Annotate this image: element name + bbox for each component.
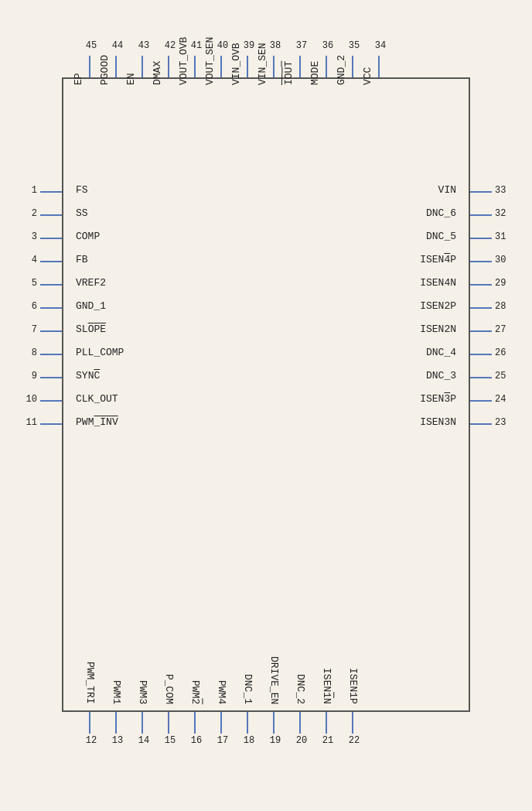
pin-label-top: VCC [362,67,373,85]
pin-line-left [40,214,62,216]
pin-number-bottom: 20 [294,735,309,746]
pin-line-bottom [142,712,143,734]
pin-line-top [89,56,90,77]
pin-label-top: MODE [309,61,321,85]
pin-number-bottom: 16 [189,735,204,746]
pin-label-right: DNC_5 [426,231,456,242]
pin-label-bottom: P_COM [163,674,175,704]
pin-label-left: SS [76,207,88,219]
pin-label-left: COMP [76,231,100,242]
pin-label-top: VIN_SEN [257,43,268,85]
pin-line-left [40,238,62,239]
pin-number-left: 1 [19,185,37,196]
pin-label-bottom: PWM3 [137,680,148,704]
pin-label-right: ISEN2P [420,300,456,312]
pin-line-left [40,307,62,309]
pin-label-bottom: PWM1 [111,680,122,704]
pin-line-left [40,400,62,402]
pin-label-right: DNC_6 [426,207,456,219]
pin-line-right [470,307,492,309]
pin-number-top: 34 [373,40,388,51]
pin-number-bottom: 14 [136,735,152,746]
pin-number-right: 26 [495,347,506,358]
pin-label-left: PWM_INV [76,416,118,428]
pin-number-bottom: 21 [320,735,336,746]
pin-line-left [40,330,62,332]
pin-label-right: DNC_3 [426,370,456,382]
pin-number-left: 9 [19,371,37,382]
pin-line-left [40,284,62,286]
pin-line-top [273,56,275,77]
pin-number-bottom: 12 [84,735,99,746]
pin-line-bottom [326,712,327,734]
pin-line-bottom [220,712,222,734]
pin-label-top: PGOOD [99,55,111,85]
pin-number-top: 44 [110,40,125,51]
pin-line-right [470,377,492,378]
pin-label-bottom: DNC_1 [242,674,254,704]
pin-label-right: DNC_4 [426,347,456,358]
pin-number-left: 5 [19,278,37,289]
pin-label-bottom: ISEN1N [321,668,332,704]
pin-number-bottom: 18 [241,735,257,746]
pin-number-top: 35 [346,40,362,51]
pin-number-right: 28 [495,301,506,312]
pin-number-left: 8 [19,347,37,358]
pin-number-top: 37 [294,40,309,51]
pin-line-right [470,284,492,286]
pin-label-bottom: ISEN1P [347,668,359,704]
pin-label-right: VIN [438,184,456,196]
pin-label-bottom: PWM4 [216,680,227,704]
pin-line-top [247,56,248,77]
pin-line-top [168,56,169,77]
pin-number-top: 39 [241,40,257,51]
pin-number-left: 4 [19,255,37,265]
pin-line-bottom [168,712,169,734]
pin-number-left: 7 [19,324,37,335]
pin-number-top: 38 [268,40,283,51]
pin-label-top: EN [125,73,137,85]
pin-label-right: ISEN4N [420,277,456,289]
pin-label-left: GND_1 [76,300,106,312]
pin-number-left: 10 [19,394,37,405]
pin-number-right: 32 [495,208,506,219]
pin-number-left: 2 [19,208,37,219]
pin-line-right [470,214,492,216]
pin-label-bottom: PWM_TRI [84,662,96,704]
pin-line-left [40,377,62,378]
diagram-container: 1FS2SS3COMP4FB5VREF26GND_17SLOPE8PLL_COM… [0,0,532,811]
pin-label-right: ISEN4P [420,254,456,265]
pin-label-top: EP [73,73,84,85]
pin-label-bottom: PWM2 [189,680,201,704]
pin-number-bottom: 15 [162,735,178,746]
pin-number-right: 23 [495,417,506,428]
pin-line-right [470,354,492,355]
pin-line-right [470,423,492,425]
pin-number-bottom: 13 [110,735,125,746]
pin-line-bottom [115,712,117,734]
pin-line-top [378,56,380,77]
pin-line-top [115,56,117,77]
pin-line-left [40,191,62,193]
pin-number-bottom: 22 [346,735,362,746]
pin-label-right: ISEN3P [420,393,456,405]
pin-number-right: 27 [495,324,506,335]
pin-number-top: 42 [162,40,178,51]
pin-label-left: SYNC [76,370,100,382]
pin-label-top: IOUT [283,61,295,85]
pin-line-top [194,56,196,77]
pin-line-left [40,261,62,262]
pin-label-top: VOUT_SEN [204,37,216,85]
pin-line-bottom [299,712,301,734]
pin-number-right: 31 [495,231,506,242]
pin-number-bottom: 19 [268,735,283,746]
pin-label-right: ISEN3N [420,416,456,428]
pin-number-left: 11 [19,417,37,428]
pin-line-right [470,400,492,402]
pin-label-left: VREF2 [76,277,106,289]
pin-number-right: 25 [495,371,506,382]
pin-label-top: VIN_OVB [230,43,242,85]
pin-number-top: 41 [189,40,204,51]
pin-label-left: PLL_COMP [76,347,124,358]
pin-number-bottom: 17 [215,735,230,746]
